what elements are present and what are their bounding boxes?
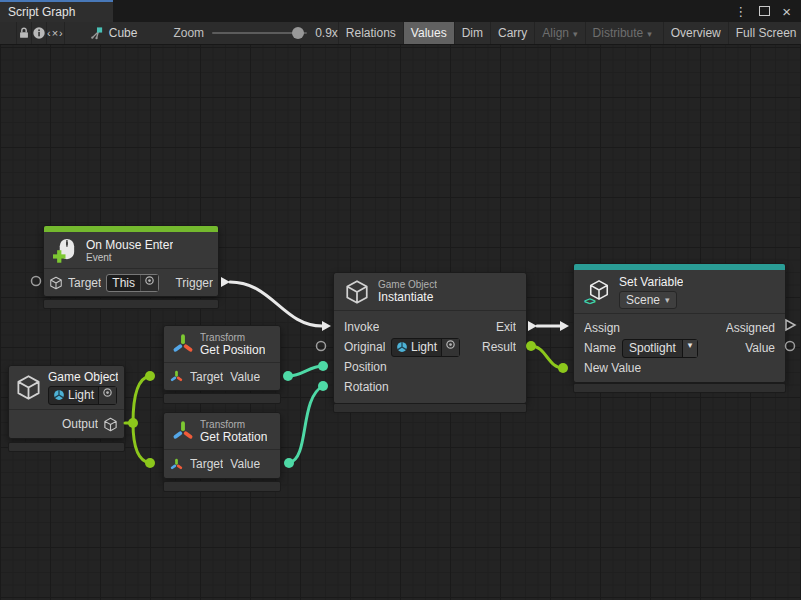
variable-name-dropdown[interactable]: Spotlight ▾ [622,339,698,358]
target-value-field[interactable]: This [106,274,159,292]
tab-script-graph[interactable]: Script Graph [0,0,113,22]
original-value-field[interactable]: Light [391,338,460,357]
chevron-down-icon: ▾ [665,295,670,305]
name-port-label: Name [584,341,616,355]
tab-bar: Script Graph ⋮ × [0,0,801,22]
zoom-value: 0.9x [315,26,338,40]
chevron-down-icon[interactable]: ▾ [682,340,698,357]
info-button[interactable] [32,22,47,44]
transform-icon [172,333,194,355]
fullscreen-button[interactable]: Full Screen [728,22,801,44]
zoom-slider[interactable] [212,32,307,34]
overview-button[interactable]: Overview [663,22,728,44]
trigger-port-label: Trigger [175,276,213,290]
value-port-label: Value [230,457,260,471]
zoom-slider-handle[interactable] [292,27,304,39]
code-icon: ‹×› [47,27,64,39]
exit-port-label: Exit [496,320,516,334]
node-category: Transform [200,332,265,343]
distribute-button[interactable]: Distribute ▾ [585,22,659,44]
align-button[interactable]: Align ▾ [534,22,584,44]
original-port-label: Original [344,340,385,354]
assign-port-label: Assign [584,321,620,335]
node-title: Set Variable [619,275,683,289]
graph-name: Cube [109,26,138,40]
node-on-mouse-enter[interactable]: On Mouse Enter Event Target This Trigger [43,225,219,297]
maximize-icon[interactable] [759,6,770,16]
graph-icon [89,26,104,41]
graph-toolbar: ‹×› Cube Zoom 0.9x Relations Values Dim … [0,22,801,45]
value-port-label: Value [745,341,775,355]
transform-icon [170,458,183,471]
window-controls: ⋮ × [734,0,801,22]
cube-icon [15,373,42,402]
cube-icon [49,276,63,290]
variable-brackets-icon: <> [584,295,595,307]
script-graph-window: Script Graph ⋮ × ‹×› [0,0,801,600]
new-value-port-label: New Value [584,361,641,375]
node-title: On Mouse Enter [86,238,173,252]
node-footer [573,383,786,393]
unity-object-icon [53,389,65,401]
node-footer [8,442,125,452]
mouse-event-icon [52,238,79,263]
target-port-label: Target [68,276,101,290]
invoke-port-label: Invoke [344,320,379,334]
zoom-label: Zoom [173,26,204,40]
code-button[interactable]: ‹×› [47,22,65,44]
transform-icon [170,370,183,383]
target-port-label: Target [190,370,223,384]
object-picker-icon[interactable] [98,387,116,404]
node-get-rotation[interactable]: Transform Get Rotation Target Value [163,412,281,479]
toolbar-buttons: Relations Values Dim Carry Align ▾ Distr… [338,22,801,44]
node-footer [43,299,219,309]
assigned-port-label: Assigned [726,321,775,335]
chevron-down-icon: ▾ [573,29,578,39]
menu-icon[interactable]: ⋮ [734,4,747,19]
node-title: Game Object [48,370,118,384]
object-field[interactable]: Light [48,386,117,405]
node-game-object-light[interactable]: Game Object Light Output [8,365,125,439]
values-button[interactable]: Values [403,22,454,44]
position-port-label: Position [344,360,387,374]
carry-button[interactable]: Carry [490,22,534,44]
object-picker-icon[interactable] [441,339,459,356]
value-port-label: Value [230,370,260,384]
node-subtitle: Event [86,252,173,263]
unity-object-icon [396,341,408,353]
node-set-variable[interactable]: <> Set Variable Scene ▾ Assign Assigned … [573,263,786,383]
node-footer [163,481,281,492]
lock-icon [17,26,31,40]
node-category: Game Object [378,279,437,290]
variable-scope-dropdown[interactable]: Scene ▾ [619,291,677,309]
node-title: Instantiate [378,290,437,304]
dim-button[interactable]: Dim [454,22,490,44]
node-footer [163,393,281,404]
relations-button[interactable]: Relations [338,22,403,44]
object-picker-icon[interactable] [140,275,158,291]
node-category: Transform [200,419,267,430]
node-footer [333,403,527,413]
tab-title: Script Graph [8,5,75,19]
zoom-control: Zoom 0.9x [173,22,337,44]
cube-icon [344,279,370,305]
chevron-down-icon: ▾ [647,29,652,39]
close-icon[interactable]: × [782,3,791,20]
rotation-port-label: Rotation [344,380,389,394]
cube-icon [103,417,118,432]
target-port-label: Target [190,457,223,471]
transform-icon [172,420,194,442]
result-port-label: Result [482,340,516,354]
lock-button[interactable] [16,22,32,44]
node-title: Get Position [200,343,265,357]
output-port-label: Output [62,417,98,431]
graph-reference[interactable]: Cube [79,22,148,44]
node-instantiate[interactable]: Game Object Instantiate Invoke Exit Orig… [333,272,527,404]
node-title: Get Rotation [200,430,267,444]
info-icon [32,26,46,40]
node-get-position[interactable]: Transform Get Position Target Value [163,325,281,391]
